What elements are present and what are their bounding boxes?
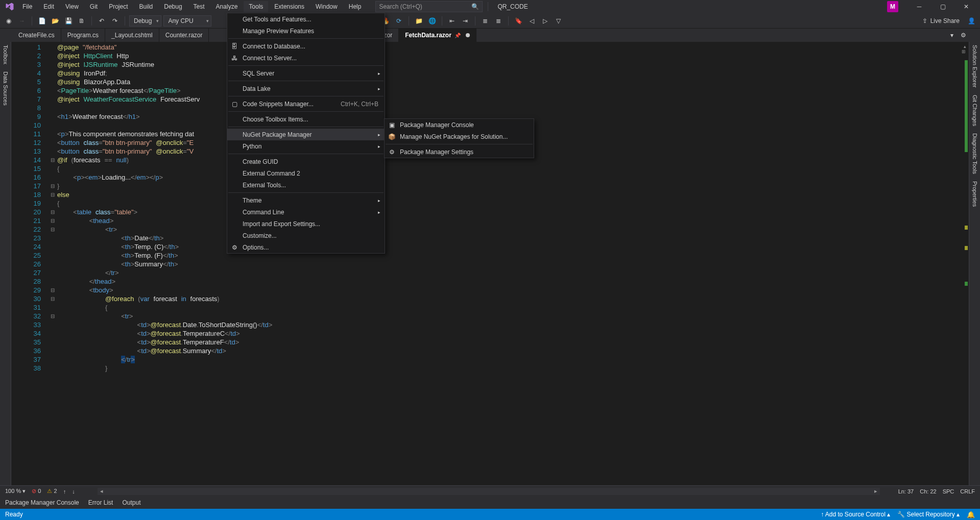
menu-item[interactable]: Import and Export Settings...: [227, 218, 385, 230]
menu-item[interactable]: External Tools...: [227, 179, 385, 191]
error-count[interactable]: ⊘ 0: [32, 488, 41, 494]
nav-down-icon[interactable]: ↓: [72, 488, 75, 494]
menu-item[interactable]: 🖧Connect to Server...: [227, 52, 385, 64]
menu-item[interactable]: 📦Manage NuGet Packages for Solution...: [385, 131, 534, 142]
menu-item[interactable]: Get Tools and Features...: [227, 13, 385, 25]
forward-icon[interactable]: →: [16, 15, 28, 27]
save-all-icon[interactable]: 🗎: [76, 15, 87, 27]
fold-gutter[interactable]: ⊟⊟⊟⊟⊟⊟⊟⊟⊟: [48, 42, 57, 485]
refresh-icon[interactable]: ⟳: [393, 15, 404, 27]
menu-item[interactable]: External Command 2: [227, 167, 385, 179]
undo-icon[interactable]: ↶: [96, 15, 107, 27]
menu-item[interactable]: NuGet Package Manager▸: [227, 129, 385, 140]
menu-item[interactable]: ⚙Package Manager Settings: [385, 146, 534, 158]
menu-item[interactable]: Command Line▸: [227, 206, 385, 218]
menu-project[interactable]: Project: [104, 1, 133, 12]
select-repo-button[interactable]: 🔧 Select Repository ▴: [897, 511, 960, 518]
tab-layout[interactable]: _Layout.cshtml: [105, 29, 159, 42]
menu-git[interactable]: Git: [85, 1, 103, 12]
menu-test[interactable]: Test: [188, 1, 210, 12]
code-content[interactable]: @page "/fetchdata" @inject HttpClient Ht…: [57, 42, 961, 485]
notifications-icon[interactable]: 🔔: [967, 511, 975, 518]
sidebar-diagnostic-tools[interactable]: Diagnostic Tools: [972, 133, 978, 174]
menu-item[interactable]: ▣Package Manager Console: [385, 119, 534, 131]
search-input[interactable]: Search (Ctrl+Q) 🔍: [375, 1, 483, 12]
bookmark-prev-icon[interactable]: ◁: [526, 15, 537, 27]
menu-view[interactable]: View: [60, 1, 84, 12]
menu-item[interactable]: 🗄Connect to Database...: [227, 40, 385, 52]
scroll-right-icon[interactable]: ▸: [872, 488, 880, 495]
scroll-left-icon[interactable]: ◂: [98, 488, 106, 495]
eol-mode[interactable]: CRLF: [960, 488, 975, 494]
menu-build[interactable]: Build: [134, 1, 158, 12]
menu-item[interactable]: Theme▸: [227, 194, 385, 206]
cursor-line[interactable]: Ln: 37: [898, 488, 914, 494]
user-avatar[interactable]: M: [887, 1, 898, 12]
sidebar-toolbox[interactable]: Toolbox: [3, 45, 9, 64]
source-control-button[interactable]: ↑ Add to Source Control ▴: [821, 511, 890, 518]
new-item-icon[interactable]: 📄: [36, 15, 47, 27]
tab-program[interactable]: Program.cs: [61, 29, 105, 42]
warning-count[interactable]: ⚠ 2: [47, 488, 57, 494]
indent-icon[interactable]: ⇥: [460, 15, 471, 27]
cursor-char[interactable]: Ch: 22: [920, 488, 936, 494]
tab-output[interactable]: Output: [122, 499, 140, 506]
sidebar-solution-explorer[interactable]: Solution Explorer: [972, 45, 978, 88]
save-icon[interactable]: 💾: [63, 15, 74, 27]
tab-createfile[interactable]: CreateFile.cs: [12, 29, 61, 42]
horizontal-scrollbar[interactable]: ◂ ▸: [98, 488, 880, 495]
pin-icon[interactable]: 📌: [455, 33, 461, 38]
menu-extensions[interactable]: Extensions: [269, 1, 309, 12]
menu-item[interactable]: Customize...: [227, 230, 385, 241]
menu-item[interactable]: Manage Preview Features: [227, 25, 385, 37]
back-icon[interactable]: ◉: [3, 15, 14, 27]
zoom-dropdown[interactable]: 100 % ▾: [5, 488, 26, 494]
menu-item[interactable]: ⚙Options...: [227, 241, 385, 253]
code-editor[interactable]: 1234567891011121314151617181920212223242…: [11, 42, 969, 485]
menu-debug[interactable]: Debug: [159, 1, 187, 12]
sidebar-data-sources[interactable]: Data Sources: [3, 71, 9, 106]
tab-fetchdata[interactable]: FetchData.razor 📌: [399, 29, 476, 42]
redo-icon[interactable]: ↷: [109, 15, 121, 27]
config-dropdown[interactable]: Debug: [129, 15, 161, 27]
menu-analyze[interactable]: Analyze: [211, 1, 243, 12]
menu-window[interactable]: Window: [310, 1, 343, 12]
indent-mode[interactable]: SPC: [943, 488, 954, 494]
menu-item[interactable]: Data Lake▸: [227, 83, 385, 94]
platform-dropdown[interactable]: Any CPU: [163, 15, 211, 27]
menu-item[interactable]: Create GUID: [227, 156, 385, 167]
menu-help[interactable]: Help: [344, 1, 367, 12]
nav-up-icon[interactable]: ↑: [63, 488, 66, 494]
menu-item[interactable]: Choose Toolbox Items...: [227, 113, 385, 125]
close-button[interactable]: ✕: [954, 0, 978, 13]
menu-file[interactable]: File: [17, 1, 37, 12]
maximize-button[interactable]: ▢: [931, 0, 954, 13]
browse-icon[interactable]: 📁: [413, 15, 424, 27]
menu-item[interactable]: SQL Server▸: [227, 67, 385, 79]
outdent-icon[interactable]: ⇤: [446, 15, 458, 27]
tab-counter[interactable]: Counter.razor: [159, 29, 209, 42]
solution-name[interactable]: QR_CODE: [497, 3, 528, 10]
tab-pkg-console[interactable]: Package Manager Console: [5, 499, 79, 506]
open-icon[interactable]: 📂: [50, 15, 61, 27]
bookmark-clear-icon[interactable]: ▽: [553, 15, 564, 27]
uncomment-icon[interactable]: ≣: [493, 15, 504, 27]
live-share-button[interactable]: ⇪ Live Share: [922, 17, 960, 24]
menu-item[interactable]: ▢Code Snippets Manager...Ctrl+K, Ctrl+B: [227, 98, 385, 110]
sidebar-properties[interactable]: Properties: [972, 181, 978, 207]
menu-item[interactable]: Python▸: [227, 140, 385, 152]
vertical-scrollbar[interactable]: ▴ ⊞: [961, 42, 969, 485]
tabs-dropdown-icon[interactable]: ▾: [946, 29, 958, 42]
menu-edit[interactable]: Edit: [38, 1, 59, 12]
tab-config-icon[interactable]: ⚙: [958, 29, 969, 42]
tab-error-list[interactable]: Error List: [88, 499, 113, 506]
minimize-button[interactable]: ─: [907, 0, 931, 13]
bookmark-icon[interactable]: 🔖: [513, 15, 524, 27]
sidebar-git-changes[interactable]: Git Changes: [972, 95, 978, 126]
feedback-icon[interactable]: 👤: [966, 15, 977, 27]
menu-separator: [228, 96, 384, 96]
bookmark-next-icon[interactable]: ▷: [539, 15, 551, 27]
comment-icon[interactable]: ≣: [480, 15, 491, 27]
menu-tools[interactable]: Tools: [244, 1, 268, 12]
browser-link-icon[interactable]: 🌐: [426, 15, 438, 27]
